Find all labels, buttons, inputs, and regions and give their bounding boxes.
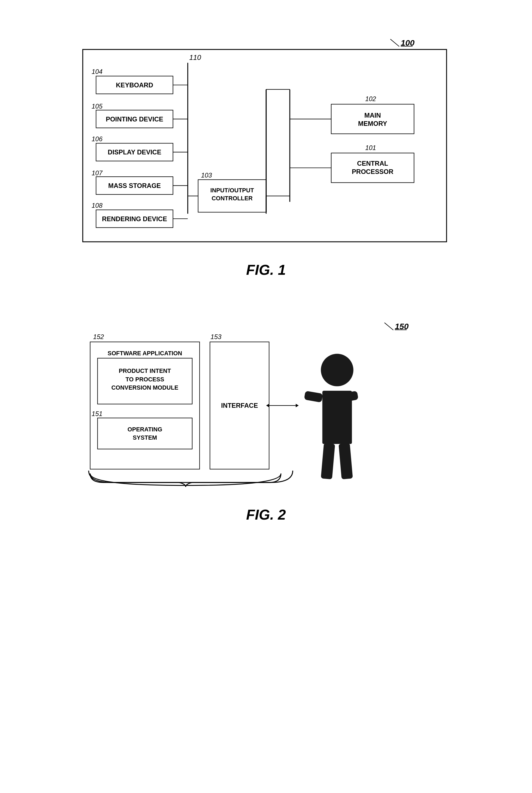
conversion-module-label2: TO PROCESS — [126, 376, 164, 383]
ref-150-label: 150 — [395, 322, 409, 331]
svg-rect-28 — [331, 153, 414, 183]
svg-rect-44 — [338, 443, 353, 479]
fig1-caption: FIG. 1 — [74, 262, 458, 278]
central-processor-label: CENTRAL — [357, 160, 388, 167]
ref-151-label: 151 — [92, 410, 102, 417]
operating-system-label1: OPERATING — [128, 426, 162, 432]
ref-105-label: 105 — [92, 103, 102, 110]
ref-106-label: 106 — [92, 135, 102, 143]
svg-rect-41 — [304, 391, 323, 403]
ref-103-label: 103 — [201, 172, 212, 179]
ref-108-label: 108 — [92, 202, 102, 209]
pointing-device-label: POINTING DEVICE — [106, 116, 163, 123]
fig2-diagram: 150 152 SOFTWARE APPLICATION PRODUCT INT… — [74, 314, 458, 497]
svg-line-30 — [384, 322, 393, 330]
ref-107-label: 107 — [92, 169, 102, 177]
svg-rect-34 — [97, 418, 192, 449]
conversion-module-label3: CONVERSION MODULE — [111, 384, 178, 391]
interface-label: INTERFACE — [221, 402, 258, 409]
ref-110-label: 110 — [189, 54, 201, 61]
ref-100-label: 100 — [400, 38, 415, 47]
ref-152-label: 152 — [93, 333, 104, 340]
svg-marker-38 — [296, 404, 299, 407]
io-controller-label: INPUT/OUTPUT — [210, 187, 254, 194]
central-processor-label2: PROCESSOR — [352, 168, 393, 175]
svg-rect-32 — [90, 342, 200, 469]
mass-storage-label: MASS STORAGE — [108, 182, 161, 189]
svg-line-0 — [390, 39, 399, 47]
main-memory-label: MAIN — [364, 112, 381, 119]
rendering-device-label: RENDERING DEVICE — [102, 216, 167, 223]
page-content: 100 110 104 KEYBOARD 10 — [74, 17, 458, 523]
software-app-label: SOFTWARE APPLICATION — [108, 350, 182, 356]
fig2-caption: FIG. 2 — [74, 506, 458, 523]
operating-system-label2: SYSTEM — [133, 434, 157, 441]
fig1-container: 100 110 104 KEYBOARD 10 — [74, 17, 458, 278]
ref-102-label: 102 — [365, 95, 376, 103]
fig2-container: 150 152 SOFTWARE APPLICATION PRODUCT INT… — [74, 300, 458, 523]
display-device-label: DISPLAY DEVICE — [108, 149, 161, 156]
io-controller-label2: CONTROLLER — [211, 195, 253, 202]
main-memory-label2: MEMORY — [358, 120, 387, 127]
conversion-module-label1: PRODUCT INTENT — [119, 368, 171, 374]
ref-153-label: 153 — [210, 333, 221, 340]
svg-rect-43 — [321, 443, 335, 479]
svg-rect-26 — [331, 104, 414, 134]
svg-rect-2 — [83, 50, 446, 242]
fig1-diagram: 100 110 104 KEYBOARD 10 — [74, 30, 458, 252]
ref-104-label: 104 — [92, 68, 102, 75]
svg-point-39 — [321, 354, 353, 386]
ref-101-label: 101 — [365, 144, 376, 151]
keyboard-label: KEYBOARD — [116, 81, 153, 89]
svg-marker-37 — [266, 404, 269, 407]
